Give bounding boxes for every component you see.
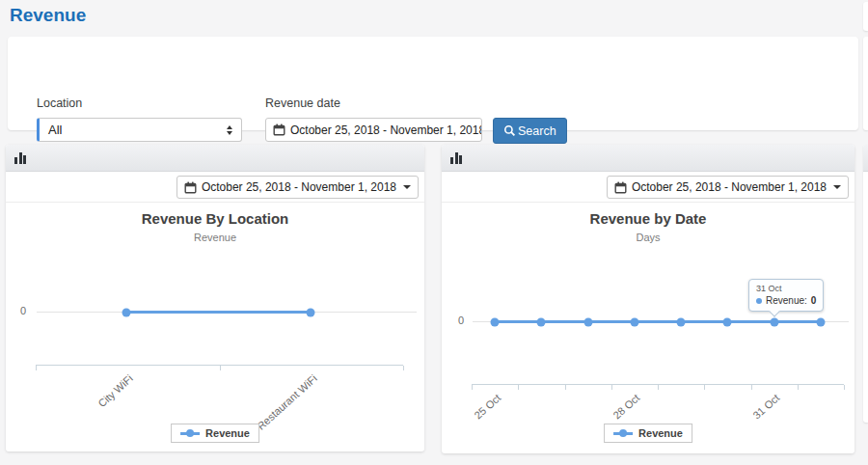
page-title: Revenue [10, 5, 86, 26]
legend-label: Revenue [638, 427, 683, 439]
series-line [495, 320, 821, 323]
revenue-date-input[interactable]: October 25, 2018 - November 1, 2018 [265, 118, 482, 142]
chart-tooltip: 31 Oct Revenue: 0 [748, 279, 824, 312]
data-point[interactable] [677, 317, 686, 326]
search-button-label: Search [518, 124, 556, 138]
tooltip-value: 0 [811, 295, 817, 306]
chart-revenue-by-date: Revenue by Date Days 0 31 Oct Revenue: 0… [442, 210, 854, 459]
chart-subtitle: Days [442, 232, 854, 243]
data-point[interactable] [770, 317, 778, 326]
panel-toolbar: October 25, 2018 - November 1, 2018 [6, 172, 424, 203]
series-line [126, 311, 311, 314]
panel-header [442, 145, 854, 172]
panel-date-range-button[interactable]: October 25, 2018 - November 1, 2018 [176, 176, 419, 199]
tooltip-series-label: Revenue: [766, 295, 807, 306]
revenue-date-label: Revenue date [265, 96, 340, 110]
data-point[interactable] [630, 317, 638, 326]
data-point[interactable] [307, 308, 315, 316]
revenue-date-value: October 25, 2018 - November 1, 2018 [290, 123, 482, 137]
clipped-panel-sliver [863, 145, 868, 423]
data-point[interactable] [583, 317, 592, 326]
y-axis-tick-label: 0 [20, 305, 26, 316]
caret-down-icon [403, 185, 411, 189]
tooltip-series-bullet [756, 298, 762, 304]
location-label: Location [37, 96, 82, 110]
chart-title: Revenue by Date [442, 210, 854, 227]
location-select-value: All [48, 123, 227, 137]
chart-legend[interactable]: Revenue [171, 424, 259, 443]
select-stepper-icon [227, 125, 232, 135]
panel-date-range-value: October 25, 2018 - November 1, 2018 [202, 180, 396, 194]
search-icon [503, 124, 516, 137]
tooltip-date: 31 Oct [756, 284, 816, 293]
chart-title: Revenue By Location [6, 210, 424, 227]
chart-subtitle: Revenue [6, 232, 424, 243]
x-axis-label: 31 Oct [751, 392, 782, 422]
filter-panel: Location All Revenue date October 25, 20… [8, 37, 858, 130]
x-axis-label: 25 Oct [472, 392, 502, 422]
y-axis-tick-label: 0 [458, 315, 464, 326]
x-axis-label: City WiFi [96, 372, 136, 409]
calendar-icon [614, 181, 627, 194]
data-point[interactable] [723, 317, 732, 326]
tooltip-pointer [769, 306, 779, 316]
x-axis [472, 384, 844, 390]
legend-marker [180, 432, 200, 435]
search-button[interactable]: Search [493, 118, 567, 144]
legend-label: Revenue [205, 427, 250, 439]
bar-chart-icon [450, 152, 462, 164]
panel-toolbar: October 25, 2018 - November 1, 2018 [442, 172, 854, 203]
panel-date-range-button[interactable]: October 25, 2018 - November 1, 2018 [607, 176, 849, 199]
calendar-icon [184, 181, 197, 194]
calendar-icon [273, 123, 285, 136]
bar-chart-icon [14, 152, 26, 164]
chart-panel-revenue-by-date: October 25, 2018 - November 1, 2018 Reve… [442, 145, 854, 453]
location-select[interactable]: All [37, 118, 242, 142]
chart-revenue-by-location: Revenue By Location Revenue 0 City WiFiR… [6, 210, 424, 459]
revenue-dashboard: Revenue Location All Revenue date Octobe… [0, 0, 868, 465]
clipped-card-sliver [863, 2, 868, 31]
panel-header [6, 145, 424, 172]
clipped-card-sliver [863, 37, 868, 130]
data-point[interactable] [537, 317, 546, 326]
x-axis [36, 365, 403, 370]
chart-panel-revenue-by-location: October 25, 2018 - November 1, 2018 Reve… [6, 145, 424, 451]
chart-legend[interactable]: Revenue [604, 424, 692, 443]
legend-marker [613, 432, 633, 435]
x-axis-label: 28 Oct [611, 392, 642, 422]
data-point[interactable] [817, 317, 826, 326]
panel-date-range-value: October 25, 2018 - November 1, 2018 [632, 180, 827, 194]
caret-down-icon [833, 185, 841, 189]
x-axis-label: Restaurant WiFi [255, 372, 319, 432]
data-point[interactable] [122, 308, 131, 316]
data-point[interactable] [491, 317, 500, 326]
